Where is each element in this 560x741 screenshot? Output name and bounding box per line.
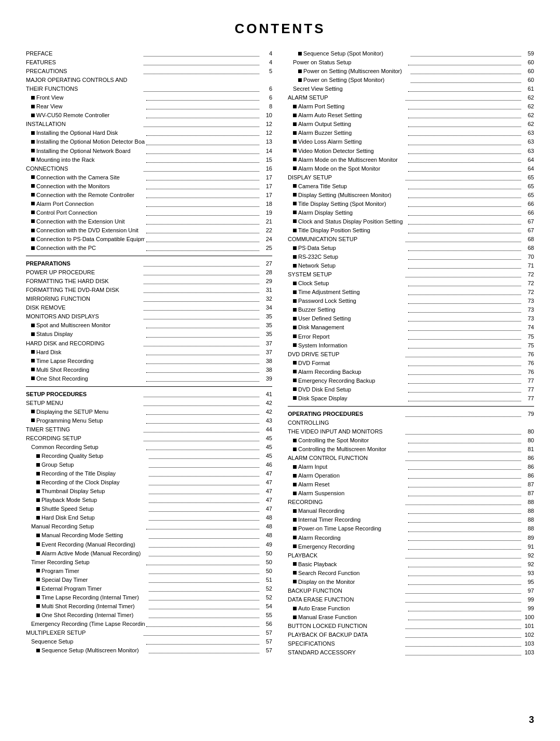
toc-entry: Sequence Setup (Spot Monitor)59 bbox=[288, 49, 534, 58]
toc-label: Title Display Setting (Spot Monitor) bbox=[293, 200, 407, 208]
toc-page-number: 16 bbox=[261, 164, 272, 173]
toc-label: HARD DISK and RECORDING bbox=[26, 339, 142, 348]
toc-page-number: 89 bbox=[523, 534, 534, 542]
toc-dots bbox=[408, 297, 522, 304]
toc-page-number: 22 bbox=[261, 226, 272, 235]
toc-page-number: 47 bbox=[261, 505, 272, 513]
toc-entry: DISK REMOVE34 bbox=[26, 303, 272, 312]
toc-dots bbox=[408, 560, 522, 567]
toc-entry: BACKUP FUNCTION97 bbox=[288, 586, 534, 595]
toc-page-number: 52 bbox=[261, 584, 272, 593]
toc-page-number: 67 bbox=[523, 217, 534, 226]
toc-page-number: 86 bbox=[523, 454, 534, 463]
toc-entry: User Defined Setting73 bbox=[288, 314, 534, 323]
toc-label: Spot and Multiscreen Monitor bbox=[31, 321, 145, 330]
bullet-square bbox=[36, 604, 40, 608]
bullet-square bbox=[31, 332, 35, 336]
toc-dots bbox=[408, 147, 522, 154]
divider bbox=[26, 386, 272, 387]
toc-label: PS·Data Setup bbox=[293, 244, 407, 253]
toc-dots bbox=[408, 515, 522, 523]
toc-label: Alarm Mode on the Spot Monitor bbox=[293, 164, 407, 173]
toc-entry: Connection with the Camera Site17 bbox=[26, 173, 272, 182]
toc-label: Installing the Optional Network Board bbox=[31, 147, 145, 156]
bullet-square bbox=[293, 334, 297, 338]
bullet-square bbox=[293, 607, 297, 610]
toc-page-number: 88 bbox=[523, 515, 534, 524]
toc-dots bbox=[144, 259, 260, 267]
toc-page-number: 97 bbox=[523, 586, 534, 595]
right-column: Sequence Setup (Spot Monitor)59Power on … bbox=[288, 49, 534, 657]
toc-entry: Connection with the Monitors17 bbox=[26, 182, 272, 191]
toc-entry: Timer Recording Setup50 bbox=[26, 558, 272, 567]
bullet-square bbox=[31, 229, 35, 232]
toc-dots bbox=[144, 434, 260, 441]
toc-page-number: 44 bbox=[261, 425, 272, 434]
bullet-square bbox=[293, 492, 297, 495]
toc-page-number: 41 bbox=[261, 390, 272, 399]
toc-page-number: 73 bbox=[523, 297, 534, 305]
toc-label: BUTTON LOCKED FUNCTION bbox=[288, 622, 404, 631]
toc-entry: Emergency Recording (Time Lapse Recordin… bbox=[26, 620, 272, 628]
toc-dots bbox=[146, 416, 260, 424]
toc-page-number: 101 bbox=[523, 622, 534, 631]
toc-label: RECORDING SETUP bbox=[26, 434, 142, 443]
toc-entry: Alarm Mode on the Multiscreen Monitor64 bbox=[288, 156, 534, 164]
toc-entry: Sequence Setup57 bbox=[26, 637, 272, 646]
toc-label: Control Port Connection bbox=[31, 208, 145, 217]
toc-dots bbox=[149, 584, 260, 592]
toc-label: Front View bbox=[31, 93, 145, 102]
toc-page-number: 34 bbox=[261, 303, 272, 312]
toc-dots bbox=[149, 593, 260, 600]
page-number: 3 bbox=[529, 715, 534, 725]
toc-entry: COMMUNICATION SETUP68 bbox=[288, 235, 534, 244]
toc-entry: Alarm Active Mode (Manual Recording)50 bbox=[26, 549, 272, 558]
toc-dots bbox=[149, 496, 260, 503]
toc-label: FORMATTING THE DVD-RAM DISK bbox=[26, 286, 142, 295]
toc-entry: Basic Playback92 bbox=[288, 560, 534, 569]
toc-label: RS-232C Setup bbox=[293, 253, 407, 261]
toc-dots bbox=[146, 366, 260, 373]
toc-page-number: 14 bbox=[261, 147, 272, 156]
toc-label: Disk Management bbox=[293, 323, 407, 332]
toc-page-number: 54 bbox=[261, 602, 272, 611]
toc-entry: One Shot Recording39 bbox=[26, 374, 272, 383]
toc-label: Power on Setting (Spot Monitor) bbox=[298, 76, 409, 85]
bullet-square bbox=[293, 219, 297, 223]
toc-label: CONTROLLING bbox=[288, 418, 534, 427]
toc-label: Timer Recording Setup bbox=[31, 558, 145, 567]
toc-page-number: 86 bbox=[523, 463, 534, 471]
toc-label: DISPLAY SETUP bbox=[288, 173, 404, 182]
bullet-square bbox=[293, 474, 297, 478]
toc-page-number: 31 bbox=[261, 286, 272, 295]
toc-label: User Defined Setting bbox=[293, 314, 407, 323]
toc-dots bbox=[146, 129, 260, 136]
bullet-square bbox=[293, 131, 297, 135]
toc-label: Alarm Auto Reset Setting bbox=[293, 111, 407, 120]
toc-dots bbox=[149, 505, 260, 512]
toc-dots bbox=[405, 93, 522, 101]
toc-dots bbox=[405, 454, 522, 461]
bullet-square bbox=[293, 439, 297, 442]
toc-label: Auto Erase Function bbox=[293, 604, 407, 613]
toc-label: Displaying the SETUP Menu bbox=[31, 408, 145, 416]
toc-entry: Alarm Port Setting62 bbox=[288, 102, 534, 111]
toc-label: Title Display Position Setting bbox=[293, 226, 407, 235]
toc-label: Multi Shot Recording bbox=[31, 366, 145, 374]
toc-page-number: 88 bbox=[523, 498, 534, 507]
toc-entry: STANDARD ACCESSORY103 bbox=[288, 648, 534, 657]
toc-label: MIRRORING FUNCTION bbox=[26, 295, 142, 303]
toc-dots bbox=[146, 357, 260, 364]
toc-page-number: 50 bbox=[261, 567, 272, 576]
toc-label: Event Recording (Manual Recording) bbox=[36, 540, 147, 549]
toc-entry: CONTROLLING bbox=[288, 418, 534, 427]
toc-dots bbox=[405, 173, 522, 180]
toc-dots bbox=[408, 376, 522, 384]
toc-label: Installing the Optional Motion Detector … bbox=[31, 137, 145, 146]
toc-page-number: 62 bbox=[523, 120, 534, 129]
toc-label: Connection with the Remote Controller bbox=[31, 191, 145, 200]
toc-entry: Controlling the Multiscreen Monitor81 bbox=[288, 445, 534, 454]
toc-page-number: 4 bbox=[261, 58, 272, 67]
toc-entry: PLAYBACK92 bbox=[288, 551, 534, 560]
toc-entry: Password Lock Setting73 bbox=[288, 297, 534, 305]
